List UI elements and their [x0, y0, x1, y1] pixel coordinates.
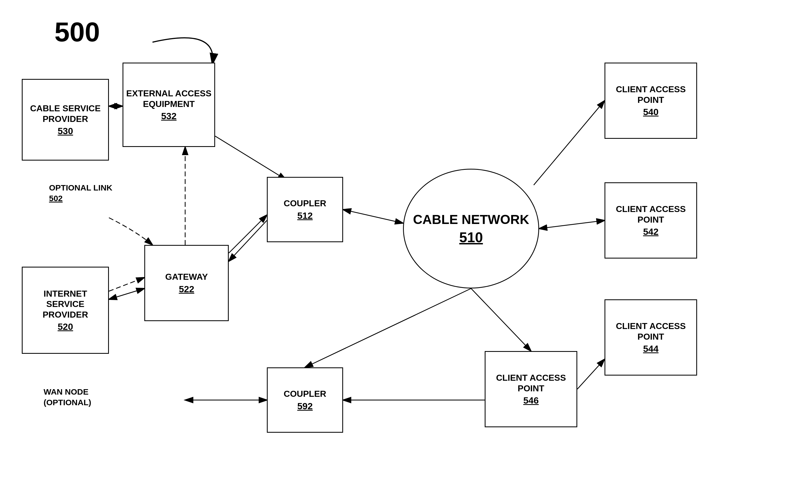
svg-line-8	[229, 220, 267, 261]
cap-542-label: CLIENT ACCESS POINT	[608, 204, 694, 225]
svg-line-7	[229, 215, 267, 253]
svg-line-12	[471, 288, 531, 351]
external-access-equipment-label: EXTERNAL ACCESS EQUIPMENT	[126, 88, 211, 109]
optional-link-label: OPTIONAL LINK 502	[49, 182, 112, 204]
internet-service-provider-label: INTERNET SERVICE PROVIDER	[25, 288, 105, 320]
cap-546-label: CLIENT ACCESS POINT	[488, 373, 574, 394]
wan-node-label: WAN NODE (OPTIONAL)	[44, 386, 91, 408]
coupler-592-label: COUPLER	[284, 389, 326, 399]
internet-service-provider-number: 520	[58, 321, 73, 332]
cap-546-box: CLIENT ACCESS POINT 546	[485, 351, 577, 427]
coupler-512-label: COUPLER	[284, 198, 326, 208]
cap-544-label: CLIENT ACCESS POINT	[608, 321, 694, 342]
gateway-number: 522	[179, 284, 194, 294]
svg-line-10	[534, 101, 605, 185]
cap-544-number: 544	[643, 343, 659, 354]
cap-540-label: CLIENT ACCESS POINT	[608, 84, 694, 105]
coupler-512-number: 512	[297, 210, 313, 221]
external-access-equipment-box: EXTERNAL ACCESS EQUIPMENT 532	[122, 63, 215, 147]
cap-544-box: CLIENT ACCESS POINT 544	[605, 299, 697, 376]
cap-540-number: 540	[643, 107, 659, 117]
svg-line-13	[577, 359, 605, 389]
svg-line-11	[539, 220, 605, 229]
cable-network-oval: CABLE NETWORK 510	[403, 169, 539, 288]
coupler-592-number: 592	[297, 401, 313, 411]
svg-line-14	[305, 288, 471, 367]
svg-line-17	[109, 278, 144, 291]
svg-line-9	[343, 210, 403, 223]
cable-network-number: 510	[460, 229, 483, 245]
coupler-512-box: COUPLER 512	[267, 177, 343, 242]
cable-service-provider-box: CABLE SERVICE PROVIDER 530	[22, 79, 109, 161]
diagram-container: 500	[0, 0, 812, 504]
svg-line-6	[109, 288, 144, 299]
gateway-box: GATEWAY 522	[144, 245, 229, 321]
gateway-label: GATEWAY	[165, 272, 208, 282]
internet-service-provider-box: INTERNET SERVICE PROVIDER 520	[22, 267, 109, 354]
cable-network-label: CABLE NETWORK	[413, 212, 529, 228]
coupler-592-box: COUPLER 592	[267, 367, 343, 433]
svg-line-4	[215, 136, 286, 180]
diagram-title: 500	[54, 16, 100, 48]
cap-542-box: CLIENT ACCESS POINT 542	[605, 182, 697, 259]
cable-service-provider-number: 530	[58, 126, 73, 136]
external-access-equipment-number: 532	[161, 111, 177, 121]
cap-540-box: CLIENT ACCESS POINT 540	[605, 63, 697, 139]
cable-service-provider-label: CABLE SERVICE PROVIDER	[25, 103, 105, 124]
cap-542-number: 542	[643, 226, 659, 237]
cap-546-number: 546	[523, 395, 539, 406]
